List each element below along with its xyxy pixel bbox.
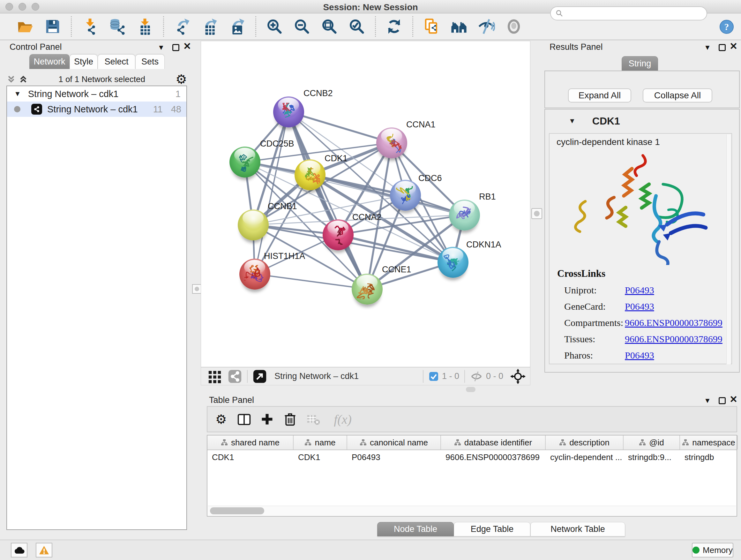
table-cell[interactable]: 9606.ENSP00000378699: [441, 450, 546, 464]
graph-node-CCNA1[interactable]: [376, 127, 407, 159]
duplicate-network-button[interactable]: [421, 17, 441, 37]
search-input[interactable]: [563, 9, 697, 18]
tab-sets[interactable]: Sets: [135, 54, 165, 69]
crosslink-link[interactable]: 9606.ENSP00000378699: [625, 334, 723, 345]
import-table-button[interactable]: [135, 17, 155, 37]
network-collection-row[interactable]: ▼ String Network – cdk1 1: [7, 86, 186, 102]
table-cell[interactable]: CDK1: [207, 450, 293, 464]
tab-string[interactable]: String: [622, 56, 658, 71]
table-cell[interactable]: stringdb:9...: [623, 450, 680, 464]
warnings-button[interactable]: [36, 543, 52, 557]
control-panel-close-icon[interactable]: ✕: [183, 43, 191, 50]
export-table-button[interactable]: [200, 17, 219, 37]
cybrowser-home-button[interactable]: [449, 17, 469, 37]
table-panel-float-icon[interactable]: [719, 397, 726, 404]
birdseye-crosshair-icon[interactable]: [510, 369, 526, 384]
network-row[interactable]: String Network – cdk1 11 48: [7, 102, 186, 117]
control-panel-menu-icon[interactable]: ▼: [158, 44, 165, 52]
export-network-button[interactable]: [172, 17, 192, 37]
table-cell[interactable]: stringdb: [680, 450, 738, 464]
table-horizontal-scrollbar[interactable]: [208, 506, 736, 515]
collection-expand-icon[interactable]: ▼: [14, 90, 21, 98]
function-builder-button[interactable]: f(x): [327, 410, 359, 428]
column-header-name[interactable]: name: [293, 435, 347, 449]
graph-node-CDC6[interactable]: [390, 180, 421, 211]
refresh-button[interactable]: [384, 17, 404, 37]
column-header-namespace[interactable]: namespace: [680, 435, 738, 449]
crosslink-link[interactable]: 9606.ENSP00000378699: [625, 317, 723, 328]
zoom-out-button[interactable]: [292, 17, 312, 37]
graph-node-HIST1H1A[interactable]: [239, 259, 270, 290]
network-edge-count: 48: [171, 104, 181, 115]
entry-expand-icon[interactable]: ▼: [569, 117, 576, 125]
delete-column-button[interactable]: [281, 410, 299, 428]
column-header-description[interactable]: description: [546, 435, 623, 449]
selected-checkbox-icon[interactable]: [428, 371, 439, 381]
crosslink-link[interactable]: P06493: [625, 350, 654, 361]
results-panel-menu-icon[interactable]: ▼: [704, 44, 711, 52]
graph-node-CDK1[interactable]: [294, 159, 326, 190]
results-panel-close-icon[interactable]: ✕: [730, 43, 738, 50]
protein-entry-header[interactable]: ▼ CDK1: [547, 113, 734, 129]
graph-node-CDKN1A[interactable]: [437, 247, 468, 278]
results-panel-float-icon[interactable]: [719, 44, 726, 51]
open-session-button[interactable]: [15, 17, 35, 37]
column-header-canonical-name[interactable]: canonical name: [347, 435, 441, 449]
tab-network-table[interactable]: Network Table: [530, 522, 625, 537]
table-panel-close-icon[interactable]: ✕: [730, 396, 738, 403]
graph-node-CCNB2[interactable]: [273, 97, 304, 127]
tab-edge-table[interactable]: Edge Table: [454, 522, 530, 537]
scrollbar-thumb[interactable]: [210, 507, 264, 514]
crosslink-link[interactable]: P06493: [625, 285, 654, 296]
table-row[interactable]: CDK1CDK1P064939606.ENSP00000378699cyclin…: [207, 450, 737, 464]
collapse-all-chevrons-icon[interactable]: [6, 74, 16, 84]
tab-network[interactable]: Network: [29, 54, 70, 69]
zoom-in-button[interactable]: [265, 17, 284, 37]
left-splitter-handle[interactable]: [192, 284, 202, 294]
horizontal-splitter-handle[interactable]: [466, 387, 475, 392]
zoom-selected-button[interactable]: [347, 17, 367, 37]
crosslink-link[interactable]: P06493: [625, 301, 654, 312]
cloud-status-button[interactable]: [11, 543, 27, 557]
column-header--id[interactable]: @id: [623, 435, 680, 449]
add-row-button[interactable]: [258, 410, 276, 428]
network-canvas[interactable]: CCNB2CCNA1CDC25BCDK1CDC6RB1CCNB1CCNA2CDK…: [201, 41, 530, 367]
graph-node-CCNB1[interactable]: [238, 209, 269, 240]
tab-style[interactable]: Style: [70, 54, 98, 69]
network-share-view-icon[interactable]: [228, 369, 242, 383]
table-cell[interactable]: CDK1: [293, 450, 347, 464]
add-column-button[interactable]: [235, 410, 253, 428]
import-database-button[interactable]: [108, 17, 127, 37]
graph-node-RB1[interactable]: [449, 199, 480, 231]
grid-view-icon[interactable]: [207, 369, 222, 384]
column-header-database-identifier[interactable]: database identifier: [441, 435, 546, 449]
hidden-eye-icon[interactable]: [470, 371, 483, 382]
hide-panels-button[interactable]: [476, 17, 496, 37]
control-panel-float-icon[interactable]: [172, 44, 179, 51]
birdseye-button[interactable]: [504, 17, 524, 37]
zoom-fit-button[interactable]: [320, 17, 339, 37]
open-in-window-icon[interactable]: [253, 369, 267, 383]
expand-all-chevrons-icon[interactable]: [18, 74, 28, 84]
table-cell[interactable]: cyclin-dependent ...: [546, 450, 623, 464]
right-splitter-handle[interactable]: [531, 208, 542, 219]
import-network-button[interactable]: [80, 17, 100, 37]
tab-node-table[interactable]: Node Table: [377, 522, 454, 537]
column-header-shared-name[interactable]: shared name: [207, 435, 293, 449]
results-scrollbar[interactable]: [726, 134, 731, 364]
tab-select[interactable]: Select: [98, 54, 135, 69]
table-cell[interactable]: P06493: [347, 450, 441, 464]
memory-button[interactable]: Memory: [692, 543, 733, 557]
expand-all-button[interactable]: Expand All: [568, 88, 631, 103]
graph-node-CCNA2[interactable]: [323, 219, 354, 250]
collapse-all-button[interactable]: Collapse All: [643, 88, 712, 103]
graph-node-CCNE1[interactable]: [352, 273, 383, 305]
table-panel-menu-icon[interactable]: ▼: [704, 396, 711, 405]
help-button[interactable]: ?: [719, 19, 734, 34]
export-image-button[interactable]: [227, 17, 247, 37]
table-settings-button[interactable]: ⚙: [212, 410, 230, 428]
delete-table-button[interactable]: [304, 410, 322, 428]
save-session-button[interactable]: [43, 17, 63, 37]
network-options-gear-icon[interactable]: ⚙: [176, 73, 187, 85]
graph-node-CDC25B[interactable]: [229, 146, 260, 178]
